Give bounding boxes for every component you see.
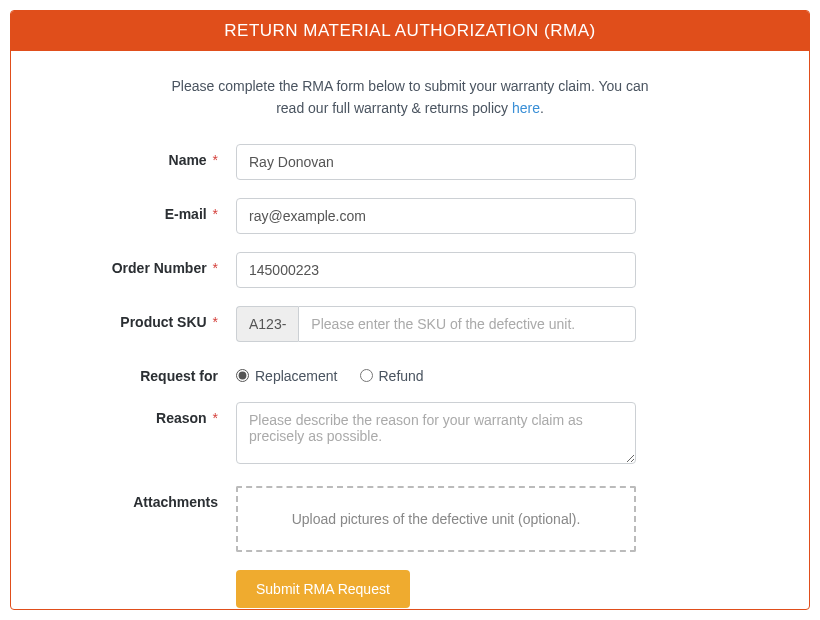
request-for-options: Replacement Refund: [236, 360, 636, 384]
label-name: Name *: [51, 144, 236, 168]
policy-link[interactable]: here: [512, 100, 540, 116]
sku-input-group: A123-: [236, 306, 636, 342]
label-order-number: Order Number *: [51, 252, 236, 276]
radio-replacement[interactable]: [236, 369, 249, 382]
row-name: Name *: [51, 144, 769, 180]
order-number-field[interactable]: [236, 252, 636, 288]
row-reason: Reason *: [51, 402, 769, 468]
option-replacement[interactable]: Replacement: [236, 368, 338, 384]
intro-text: Please complete the RMA form below to su…: [111, 75, 709, 120]
panel-body: Please complete the RMA form below to su…: [11, 51, 809, 610]
reason-field[interactable]: [236, 402, 636, 464]
panel-header: RETURN MATERIAL AUTHORIZATION (RMA): [11, 11, 809, 51]
label-reason: Reason *: [51, 402, 236, 426]
row-request-for: Request for Replacement Refund: [51, 360, 769, 384]
row-attachments: Attachments Upload pictures of the defec…: [51, 486, 769, 552]
label-email: E-mail *: [51, 198, 236, 222]
label-request-for: Request for: [51, 360, 236, 384]
row-email: E-mail *: [51, 198, 769, 234]
radio-refund[interactable]: [360, 369, 373, 382]
attachments-upload-zone[interactable]: Upload pictures of the defective unit (o…: [236, 486, 636, 552]
row-sku: Product SKU * A123-: [51, 306, 769, 342]
email-field[interactable]: [236, 198, 636, 234]
label-sku: Product SKU *: [51, 306, 236, 330]
row-order: Order Number *: [51, 252, 769, 288]
submit-button[interactable]: Submit RMA Request: [236, 570, 410, 608]
name-field[interactable]: [236, 144, 636, 180]
sku-field[interactable]: [298, 306, 636, 342]
label-attachments: Attachments: [51, 486, 236, 510]
option-refund[interactable]: Refund: [360, 368, 424, 384]
row-submit: Submit RMA Request: [51, 570, 769, 608]
rma-panel: RETURN MATERIAL AUTHORIZATION (RMA) Plea…: [10, 10, 810, 610]
panel-title: RETURN MATERIAL AUTHORIZATION (RMA): [224, 21, 595, 40]
sku-prefix: A123-: [236, 306, 298, 342]
